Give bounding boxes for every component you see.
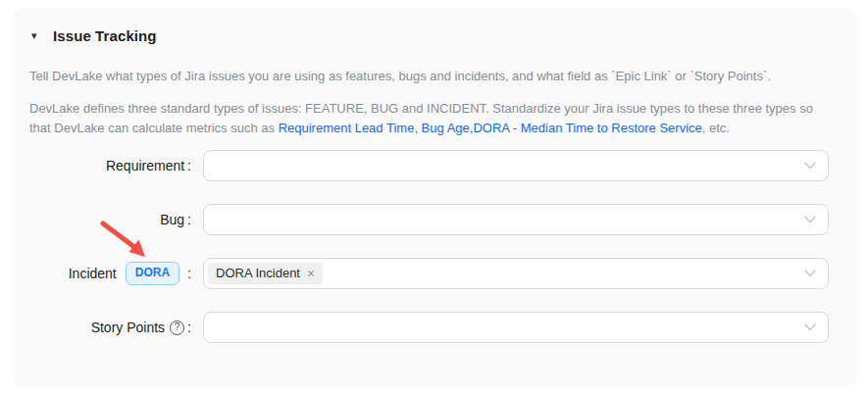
bug-row: Bug : bbox=[29, 204, 829, 235]
label-colon: : bbox=[187, 212, 191, 227]
description-line-2: DevLake defines three standard types of … bbox=[29, 99, 829, 138]
description-line-1: Tell DevLake what types of Jira issues y… bbox=[29, 67, 829, 86]
chevron-down-icon bbox=[804, 323, 816, 331]
label-colon: : bbox=[187, 320, 191, 335]
bug-select[interactable] bbox=[203, 204, 829, 235]
label-colon: : bbox=[187, 158, 191, 173]
issue-tracking-panel: ▾ Issue Tracking Tell DevLake what types… bbox=[12, 8, 856, 387]
requirement-row: Requirement : bbox=[29, 150, 829, 181]
story-points-label: Story Points ? : bbox=[29, 320, 191, 335]
link-requirement-lead-time[interactable]: Requirement Lead Time bbox=[279, 121, 415, 135]
issue-tracking-form: Requirement : Bug : Incident bbox=[29, 150, 829, 343]
collapse-caret-icon[interactable]: ▾ bbox=[31, 30, 43, 41]
bug-label: Bug : bbox=[29, 212, 191, 227]
story-points-row: Story Points ? : bbox=[29, 312, 829, 343]
incident-label: Incident DORA : bbox=[29, 262, 191, 284]
dora-badge: DORA bbox=[126, 262, 179, 284]
description-line-2-suffix: , etc. bbox=[702, 121, 730, 135]
incident-select[interactable]: DORA Incident × bbox=[203, 258, 829, 289]
chevron-down-icon bbox=[804, 270, 816, 277]
story-points-label-text: Story Points bbox=[91, 320, 165, 335]
requirement-select[interactable] bbox=[203, 150, 829, 181]
tag-close-icon[interactable]: × bbox=[307, 267, 315, 280]
chevron-down-icon bbox=[804, 216, 816, 223]
chevron-down-icon bbox=[804, 162, 816, 170]
requirement-label: Requirement : bbox=[29, 158, 191, 173]
incident-row: Incident DORA : DORA Incident × bbox=[29, 258, 829, 289]
section-header[interactable]: ▾ Issue Tracking bbox=[31, 25, 829, 45]
label-colon: : bbox=[187, 266, 191, 281]
story-points-select[interactable] bbox=[203, 312, 829, 343]
bug-label-text: Bug bbox=[160, 212, 184, 227]
link-separator: , bbox=[414, 121, 421, 135]
help-icon[interactable]: ? bbox=[170, 321, 184, 335]
section-title: Issue Tracking bbox=[53, 27, 157, 44]
link-dora-median-time-to-restore[interactable]: DORA - Median Time to Restore Service bbox=[473, 121, 701, 135]
requirement-label-text: Requirement bbox=[106, 158, 184, 173]
incident-label-text: Incident bbox=[69, 266, 117, 281]
selected-tag: DORA Incident × bbox=[208, 263, 323, 284]
selected-tag-label: DORA Incident bbox=[216, 266, 300, 280]
link-bug-age[interactable]: Bug Age bbox=[422, 121, 470, 135]
